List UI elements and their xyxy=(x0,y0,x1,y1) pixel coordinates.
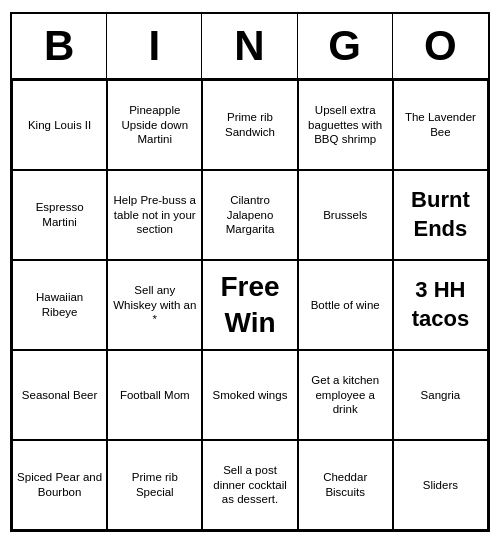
header-letter-n: N xyxy=(202,14,297,78)
bingo-card: BINGO King Louis IIPineapple Upside down… xyxy=(10,12,490,532)
bingo-cell-0: King Louis II xyxy=(12,80,107,170)
bingo-cell-9: Burnt Ends xyxy=(393,170,488,260)
bingo-cell-10: Hawaiian Ribeye xyxy=(12,260,107,350)
header-letter-g: G xyxy=(298,14,393,78)
bingo-cell-5: Espresso Martini xyxy=(12,170,107,260)
header-letter-i: I xyxy=(107,14,202,78)
bingo-cell-17: Smoked wings xyxy=(202,350,297,440)
bingo-cell-7: Cilantro Jalapeno Margarita xyxy=(202,170,297,260)
bingo-cell-19: Sangria xyxy=(393,350,488,440)
bingo-cell-2: Prime rib Sandwich xyxy=(202,80,297,170)
bingo-cell-11: Sell any Whiskey with an * xyxy=(107,260,202,350)
bingo-cell-16: Football Mom xyxy=(107,350,202,440)
bingo-cell-15: Seasonal Beer xyxy=(12,350,107,440)
bingo-cell-18: Get a kitchen employee a drink xyxy=(298,350,393,440)
bingo-cell-1: Pineapple Upside down Martini xyxy=(107,80,202,170)
bingo-cell-24: Sliders xyxy=(393,440,488,530)
bingo-cell-21: Prime rib Special xyxy=(107,440,202,530)
bingo-cell-20: Spiced Pear and Bourbon xyxy=(12,440,107,530)
bingo-cell-22: Sell a post dinner cocktail as dessert. xyxy=(202,440,297,530)
bingo-cell-12: Free Win xyxy=(202,260,297,350)
bingo-header: BINGO xyxy=(12,14,488,80)
bingo-cell-3: Upsell extra baguettes with BBQ shrimp xyxy=(298,80,393,170)
bingo-cell-13: Bottle of wine xyxy=(298,260,393,350)
bingo-cell-6: Help Pre-buss a table not in your sectio… xyxy=(107,170,202,260)
header-letter-o: O xyxy=(393,14,488,78)
bingo-cell-8: Brussels xyxy=(298,170,393,260)
bingo-grid: King Louis IIPineapple Upside down Marti… xyxy=(12,80,488,530)
bingo-cell-4: The Lavender Bee xyxy=(393,80,488,170)
bingo-cell-14: 3 HH tacos xyxy=(393,260,488,350)
bingo-cell-23: Cheddar Biscuits xyxy=(298,440,393,530)
header-letter-b: B xyxy=(12,14,107,78)
